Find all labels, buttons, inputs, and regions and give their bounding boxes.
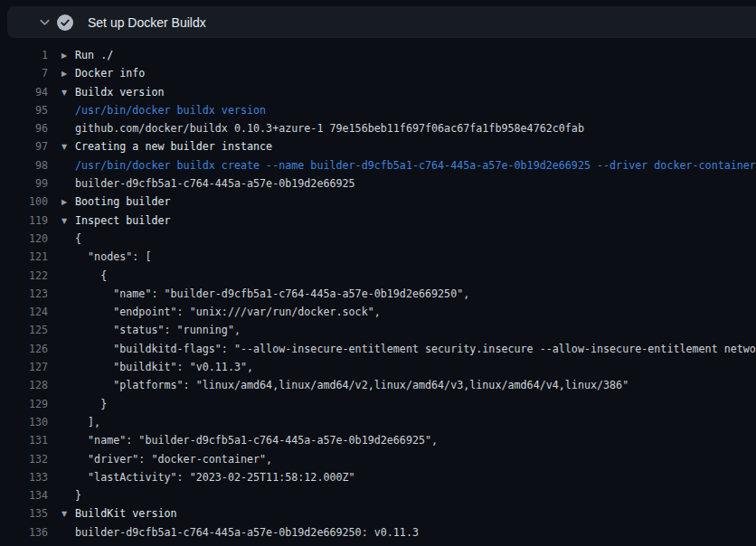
log-group-header[interactable]: ▶Booting builder xyxy=(61,193,171,211)
line-number[interactable]: 94 xyxy=(0,83,48,101)
log-line: 1▶Run ./ xyxy=(0,46,756,64)
log-line: 99builder-d9cfb5a1-c764-445a-a57e-0b19d2… xyxy=(0,174,756,193)
log-text-cell: "name": "builder-d9cfb5a1-c764-445a-a57e… xyxy=(61,431,438,449)
log-line: 127 "buildkit": "v0.11.3", xyxy=(0,358,756,376)
log-line: 94▼Buildx version xyxy=(0,83,756,101)
log-line: 97▼Creating a new builder instance xyxy=(0,137,756,155)
line-number[interactable]: 121 xyxy=(0,248,48,266)
log-line: 134} xyxy=(0,486,756,504)
line-number[interactable]: 128 xyxy=(0,376,48,394)
line-number[interactable]: 97 xyxy=(0,137,48,155)
log-group-header[interactable]: ▶Docker info xyxy=(61,64,145,82)
log-text-cell: /usr/bin/docker buildx create --name bui… xyxy=(61,156,756,174)
log-group-title: Buildx version xyxy=(75,86,165,99)
log-line: 131 "name": "builder-d9cfb5a1-c764-445a-… xyxy=(0,431,756,449)
log-output-text: } xyxy=(75,398,107,410)
line-number[interactable]: 132 xyxy=(0,450,48,468)
log-group-header[interactable]: ▶Run ./ xyxy=(61,46,113,64)
log-output-text: "lastActivity": "2023-02-25T11:58:12.000… xyxy=(75,471,355,484)
line-number[interactable]: 125 xyxy=(0,321,48,339)
log-text-cell: "status": "running", xyxy=(61,321,241,339)
log-line: 125 "status": "running", xyxy=(0,321,756,339)
log-command-text: /usr/bin/docker buildx create --name bui… xyxy=(75,159,756,172)
log-text-cell: "driver": "docker-container", xyxy=(61,450,272,468)
line-number[interactable]: 1 xyxy=(0,46,48,64)
line-number[interactable]: 99 xyxy=(0,174,48,193)
line-number[interactable]: 123 xyxy=(0,285,48,303)
log-output-text: { xyxy=(75,232,81,245)
line-number[interactable]: 130 xyxy=(0,413,48,431)
log-line: 124 "endpoint": "unix:///var/run/docker.… xyxy=(0,303,756,321)
chevron-down-icon[interactable] xyxy=(38,15,52,29)
log-group-header[interactable]: ▼BuildKit version xyxy=(61,504,177,522)
line-number[interactable]: 127 xyxy=(0,358,48,376)
log-line: 132 "driver": "docker-container", xyxy=(0,450,756,468)
line-number[interactable]: 129 xyxy=(0,395,48,413)
log-group-header[interactable]: ▼Creating a new builder instance xyxy=(61,137,272,155)
log-text-cell: "lastActivity": "2023-02-25T11:58:12.000… xyxy=(61,468,355,486)
log-text-cell: } xyxy=(61,395,107,413)
log-group-title: Docker info xyxy=(75,67,145,80)
line-number[interactable]: 131 xyxy=(0,431,48,449)
log-line: 96github.com/docker/buildx 0.10.3+azure-… xyxy=(0,119,756,137)
log-output-text: "platforms": "linux/amd64,linux/amd64/v2… xyxy=(75,379,628,391)
log-group-title: Creating a new builder instance xyxy=(75,140,272,153)
step-title: Set up Docker Buildx xyxy=(88,15,206,30)
log-line: 129 } xyxy=(0,395,756,413)
log-line: 128 "platforms": "linux/amd64,linux/amd6… xyxy=(0,376,756,394)
log-text-cell: "nodes": [ xyxy=(61,248,151,266)
line-number[interactable]: 133 xyxy=(0,468,48,486)
log-line: 121 "nodes": [ xyxy=(0,248,756,266)
log-output-text: "buildkitd-flags": "--allow-insecure-ent… xyxy=(75,343,756,355)
log-line: 133 "lastActivity": "2023-02-25T11:58:12… xyxy=(0,468,756,486)
line-number[interactable]: 98 xyxy=(0,156,48,174)
log-group-header[interactable]: ▼Buildx version xyxy=(61,83,165,101)
line-number[interactable]: 95 xyxy=(0,101,48,119)
triangle-down-icon[interactable]: ▼ xyxy=(61,212,75,230)
log-text-cell: "buildkit": "v0.11.3", xyxy=(61,358,253,376)
log-line: 123 "name": "builder-d9cfb5a1-c764-445a-… xyxy=(0,285,756,303)
log-output-text: "name": "builder-d9cfb5a1-c764-445a-a57e… xyxy=(75,287,469,300)
log-output-text: { xyxy=(75,269,107,282)
log-group-title: Run ./ xyxy=(75,49,113,61)
log-text-cell: "name": "builder-d9cfb5a1-c764-445a-a57e… xyxy=(61,285,469,303)
log-group-title: Inspect builder xyxy=(75,214,171,227)
line-number[interactable]: 120 xyxy=(0,230,48,248)
line-number[interactable]: 119 xyxy=(0,212,48,230)
log-text-cell: } xyxy=(61,486,81,504)
log-text-cell: /usr/bin/docker buildx version xyxy=(61,101,266,119)
triangle-right-icon[interactable]: ▶ xyxy=(61,193,75,211)
line-number[interactable]: 136 xyxy=(0,523,48,541)
line-number[interactable]: 100 xyxy=(0,193,48,211)
log-line: 98/usr/bin/docker buildx create --name b… xyxy=(0,156,756,174)
line-number[interactable]: 124 xyxy=(0,303,48,321)
triangle-right-icon[interactable]: ▶ xyxy=(61,47,75,64)
log-line: 119▼Inspect builder xyxy=(0,212,756,230)
log-line: 95/usr/bin/docker buildx version xyxy=(0,101,756,119)
log-line: 122 { xyxy=(0,267,756,285)
triangle-down-icon[interactable]: ▼ xyxy=(61,138,75,155)
log-command-text: /usr/bin/docker buildx version xyxy=(75,104,266,117)
log-text-cell: "buildkitd-flags": "--allow-insecure-ent… xyxy=(61,340,756,358)
log-group-header[interactable]: ▼Inspect builder xyxy=(61,212,171,230)
step-header[interactable]: Set up Docker Buildx xyxy=(7,6,756,38)
log-output-text: github.com/docker/buildx 0.10.3+azure-1 … xyxy=(75,122,584,135)
log-output-text: "name": "builder-d9cfb5a1-c764-445a-a57e… xyxy=(75,434,438,447)
line-number[interactable]: 122 xyxy=(0,267,48,285)
triangle-down-icon[interactable]: ▼ xyxy=(61,84,75,101)
log-line: 136builder-d9cfb5a1-c764-445a-a57e-0b19d… xyxy=(0,523,756,541)
line-number[interactable]: 135 xyxy=(0,504,48,522)
log-output-text: "buildkit": "v0.11.3", xyxy=(75,361,253,373)
log-text-cell: github.com/docker/buildx 0.10.3+azure-1 … xyxy=(61,119,584,137)
log-output-text: } xyxy=(75,489,81,502)
line-number[interactable]: 134 xyxy=(0,486,48,504)
log-output-text: ], xyxy=(75,416,100,428)
log-text-cell: { xyxy=(61,230,81,248)
triangle-down-icon[interactable]: ▼ xyxy=(61,505,75,522)
line-number[interactable]: 126 xyxy=(0,340,48,358)
line-number[interactable]: 7 xyxy=(0,64,48,82)
line-number[interactable]: 96 xyxy=(0,119,48,137)
log-output-text: "status": "running", xyxy=(75,324,241,336)
triangle-right-icon[interactable]: ▶ xyxy=(61,65,75,82)
log-output-text: "driver": "docker-container", xyxy=(75,453,272,466)
